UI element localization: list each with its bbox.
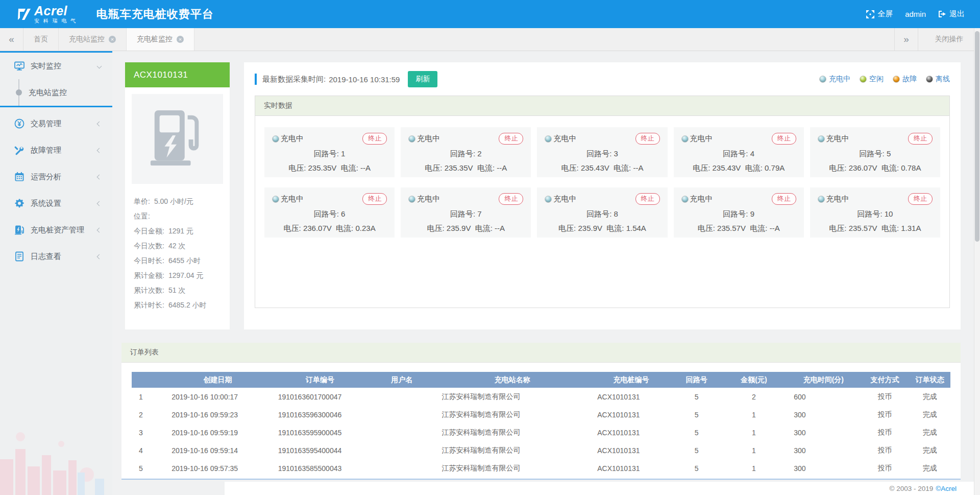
tab-close-icon[interactable]: × (177, 36, 184, 43)
monitor-icon (14, 61, 24, 71)
sidebar-item-label: 交易管理 (31, 119, 61, 129)
table-cell: 5 (672, 388, 721, 406)
table-header-cell: 用户名 (369, 372, 434, 388)
table-cell: 2019-10-16 10:00:17 (164, 388, 271, 406)
table-cell (369, 459, 434, 477)
username[interactable]: admin (905, 10, 926, 18)
circuit-status-label: 充电中 (553, 134, 576, 144)
footer-brand-link[interactable]: ©Acrel (936, 485, 957, 492)
table-cell (369, 406, 434, 423)
tab-scroll-left-button[interactable]: « (0, 28, 23, 51)
sidebar-item-logs[interactable]: 日志查看 (0, 243, 112, 270)
table-row[interactable]: 22019-10-16 09:59:231910163596300046江苏安科… (132, 406, 950, 423)
table-cell: 投币 (861, 423, 910, 441)
circuit-voltage-current: 电压: 235.43V 电流: 0.79A (681, 163, 796, 173)
page-title: 电瓶车充电桩收费平台 (96, 7, 214, 22)
circuit-status-label: 充电中 (281, 194, 304, 204)
circuit-voltage-current: 电压: 235.57V 电流: 1.31A (818, 224, 933, 233)
refresh-row: 最新数据采集时间: 2019-10-16 10:31:59 刷新 充电中 空闲 (255, 71, 950, 87)
table-cell: 投币 (861, 441, 910, 459)
table-cell: 2019-10-16 09:59:23 (164, 406, 271, 423)
sidebar-item-operations-analysis[interactable]: 运营分析 (0, 163, 112, 190)
table-cell (369, 423, 434, 441)
table-cell: 1 (721, 441, 787, 459)
table-cell: 完成 (910, 441, 950, 459)
circuit-number: 回路号: 3 (545, 149, 659, 159)
terminate-button[interactable]: 终止 (635, 133, 660, 145)
table-cell: 300 (787, 423, 860, 441)
sidebar-item-station-monitor[interactable]: 充电站监控 (0, 79, 112, 106)
circuit-card: 充电中 终止 回路号: 3 电压: 235.43V 电流: --A (537, 127, 667, 177)
realtime-monitor-panel: 最新数据采集时间: 2019-10-16 10:31:59 刷新 充电中 空闲 (244, 62, 961, 329)
acrel-logo: Acrel 安 科 瑞 电 气 (17, 5, 77, 23)
terminate-button[interactable]: 终止 (499, 193, 523, 205)
terminate-button[interactable]: 终止 (362, 193, 387, 205)
sidebar-item-system-settings[interactable]: 系统设置 (0, 190, 112, 217)
table-cell: 600 (787, 388, 860, 406)
orders-table: 创建日期 订单编号 用户名 充电站名称 充电桩编号 回路号 金额(元) 充电时间… (132, 372, 950, 477)
terminate-button[interactable]: 终止 (362, 133, 387, 145)
idle-status-icon (860, 76, 867, 83)
tab-station-monitor[interactable]: 充电站监控 × (59, 28, 127, 51)
charging-status-icon (545, 135, 552, 143)
table-cell: 2 (132, 406, 164, 423)
table-cell: 1 (721, 406, 787, 423)
tab-pile-monitor[interactable]: 充电桩监控 × (127, 28, 194, 51)
logout-button[interactable]: 退出 (938, 9, 965, 19)
terminate-button[interactable]: 终止 (908, 193, 933, 205)
tab-label: 充电桩监控 (137, 35, 173, 44)
collect-time-label: 最新数据采集时间: (262, 75, 326, 84)
terminate-button[interactable]: 终止 (635, 193, 660, 205)
terminate-button[interactable]: 终止 (772, 133, 796, 145)
table-cell: 江苏安科瑞制造有限公司 (434, 441, 590, 459)
table-cell: 1 (132, 388, 164, 406)
table-cell: 江苏安科瑞制造有限公司 (434, 423, 590, 441)
tab-close-icon[interactable]: × (109, 36, 116, 43)
logout-label: 退出 (949, 9, 965, 19)
tab-home[interactable]: 首页 (23, 28, 59, 51)
circuit-status-label: 充电中 (690, 194, 713, 204)
stat-total-amount: 累计金额: 1297.04 元 (134, 268, 221, 283)
tab-label: 充电站监控 (69, 35, 105, 44)
close-operations-button[interactable]: 关闭操作 (918, 28, 980, 51)
table-row[interactable]: 42019-10-16 09:59:141910163595400044江苏安科… (132, 441, 950, 459)
table-header-cell: 充电桩编号 (590, 372, 672, 388)
sidebar-item-label: 充电桩资产管理 (31, 225, 84, 235)
tab-scroll-right-button[interactable]: » (894, 28, 918, 51)
chevron-left-icon (97, 121, 102, 126)
submenu-dot-icon (16, 89, 22, 96)
circuit-number: 回路号: 5 (818, 149, 933, 159)
stat-today-amount: 今日金额: 1291 元 (134, 224, 221, 239)
circuit-number: 回路号: 7 (408, 209, 523, 219)
circuit-number: 回路号: 1 (272, 149, 387, 159)
circuit-card: 充电中 终止 回路号: 9 电压: 235.57V 电流: --A (674, 187, 804, 238)
fullscreen-button[interactable]: 全屏 (866, 9, 893, 19)
table-row[interactable]: 12019-10-16 10:00:171910163601700047江苏安科… (132, 388, 950, 406)
scrollbar-thumb[interactable] (975, 31, 979, 242)
gear-icon (14, 198, 24, 208)
table-cell: 完成 (910, 406, 950, 423)
table-row[interactable]: 32019-10-16 09:59:191910163595900045江苏安科… (132, 423, 950, 441)
legend-fault: 故障 (893, 75, 917, 84)
sidebar-item-pile-assets[interactable]: 充电桩资产管理 (0, 217, 112, 243)
circuit-voltage-current: 电压: 235.35V 电流: --A (408, 163, 523, 173)
table-cell: 1 (721, 423, 787, 441)
terminate-button[interactable]: 终止 (499, 133, 523, 145)
charging-pile-image (148, 108, 208, 170)
table-cell: 投币 (861, 406, 910, 423)
circuit-voltage-current: 电压: 235.9V 电流: 1.54A (545, 224, 659, 233)
sidebar-item-transactions[interactable]: 交易管理 (0, 110, 112, 137)
app-header: Acrel 安 科 瑞 电 气 电瓶车充电桩收费平台 全屏 admin 退 (0, 0, 980, 28)
table-row[interactable]: 52019-10-16 09:57:351910163585500043江苏安科… (132, 459, 950, 477)
terminate-button[interactable]: 终止 (772, 193, 796, 205)
log-icon (14, 251, 24, 262)
vertical-scrollbar[interactable] (974, 28, 980, 495)
refresh-button[interactable]: 刷新 (408, 71, 437, 87)
terminate-button[interactable]: 终止 (908, 133, 933, 145)
sidebar-item-realtime-monitor[interactable]: 实时监控 (0, 53, 112, 79)
chevron-down-icon (97, 63, 102, 68)
sidebar-item-faults[interactable]: 故障管理 (0, 137, 112, 163)
table-cell: 2 (721, 388, 787, 406)
charging-status-icon (818, 196, 825, 203)
table-cell (369, 441, 434, 459)
